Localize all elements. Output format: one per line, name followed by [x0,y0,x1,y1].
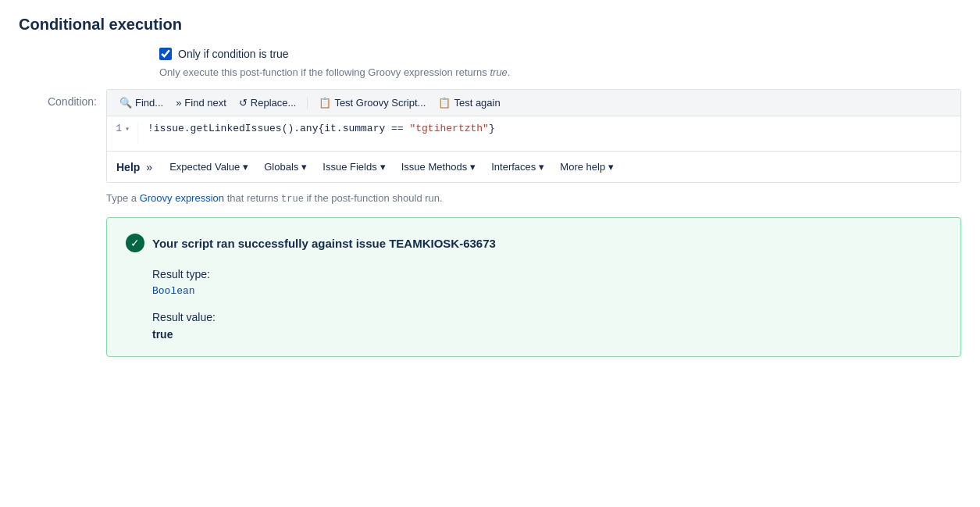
success-icon: ✓ [126,234,144,252]
help-label: Help [116,161,140,173]
page-title: Conditional execution [19,16,961,34]
result-section: Result type: Boolean Result value: true [152,268,942,341]
more-help-dropdown[interactable]: More help ▾ [554,158,620,176]
test-again-button[interactable]: 📋 Test again [433,95,504,111]
code-line[interactable]: !issue.getLinkedIssues().any{it.summary … [138,123,504,145]
success-box: ✓ Your script ran successfully against i… [106,217,961,357]
checkbox-label: Only if condition is true [178,48,289,60]
test-groovy-icon: 📋 [319,97,331,109]
groovy-expression-link[interactable]: Groovy expression [140,192,224,204]
expected-value-dropdown[interactable]: Expected Value ▾ [163,158,255,176]
find-next-icon: » [176,97,181,109]
condition-label: Condition: [19,89,97,108]
test-again-icon: 📋 [438,97,451,109]
chevron-down-icon-2: ▾ [380,161,386,173]
helper-text: Only execute this post-function if the f… [159,66,961,78]
groovy-hint: Type a Groovy expression that returns tr… [106,192,961,205]
code-area: 1 ▾ !issue.getLinkedIssues().any{it.summ… [107,116,960,151]
success-header: ✓ Your script ran successfully against i… [126,234,942,252]
chevron-down-icon-1: ▾ [301,161,307,173]
result-type-label: Result type: [152,268,942,280]
condition-checkbox[interactable] [159,48,172,60]
line-number: 1 [116,123,122,134]
find-next-button[interactable]: » Find next [171,95,231,111]
editor-toolbar: 🔍 Find... » Find next ↺ Replace... 📋 Tes… [107,90,960,116]
replace-icon: ↺ [239,97,248,109]
issue-methods-dropdown[interactable]: Issue Methods ▾ [395,158,483,176]
editor-container: 🔍 Find... » Find next ↺ Replace... 📋 Tes… [106,89,961,183]
success-title: Your script ran successfully against iss… [152,237,496,250]
interfaces-dropdown[interactable]: Interfaces ▾ [485,158,551,176]
help-chevrons: » [146,161,152,173]
search-icon: 🔍 [119,97,132,109]
chevron-down-icon-3: ▾ [470,161,476,173]
globals-dropdown[interactable]: Globals ▾ [258,158,313,176]
result-value-label: Result value: [152,311,942,323]
replace-button[interactable]: ↺ Replace... [234,95,301,111]
find-button[interactable]: 🔍 Find... [115,95,168,111]
issue-fields-dropdown[interactable]: Issue Fields ▾ [316,158,391,176]
test-groovy-button[interactable]: 📋 Test Groovy Script... [314,95,430,111]
chevron-down-icon-5: ▾ [608,161,614,173]
result-value: true [152,328,942,341]
chevron-down-icon-0: ▾ [243,161,248,173]
line-arrow: ▾ [125,124,130,134]
result-type-value: Boolean [152,285,942,297]
help-bar: Help » Expected Value ▾ Globals ▾ Issue … [107,151,960,182]
chevron-down-icon-4: ▾ [539,161,544,173]
line-numbers: 1 ▾ [107,123,138,145]
toolbar-separator [307,97,308,109]
